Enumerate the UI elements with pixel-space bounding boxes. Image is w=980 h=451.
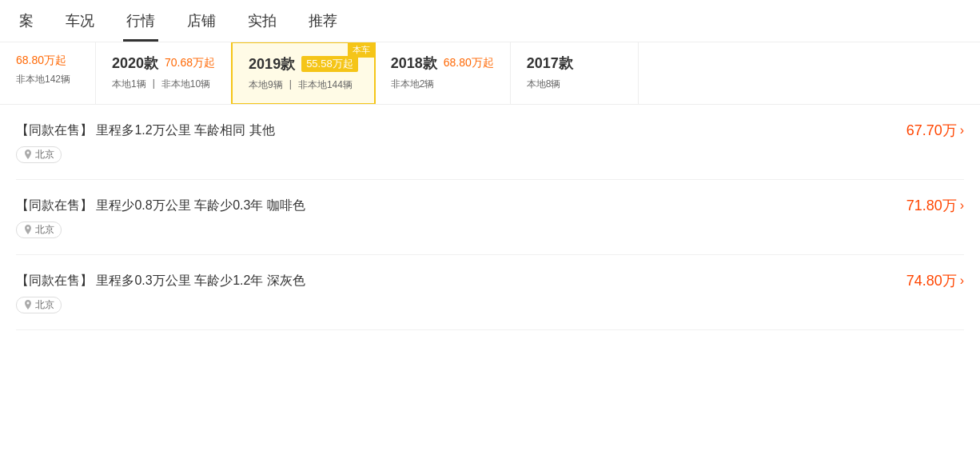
year-selector: 68.80万起 非本地142辆 2020款 70.68万起 本地1辆 | 非本地… (0, 42, 980, 105)
year-card-2017[interactable]: 2017款 本地8辆 (511, 42, 639, 104)
year-2018-label: 2018款 (391, 54, 437, 73)
listing-location-1: 北京 (16, 222, 62, 238)
listing-location-text-1: 北京 (35, 223, 54, 237)
listing-price-value-1: 71.80万 (906, 196, 957, 215)
listing-desc-1: 里程少0.8万公里 车龄少0.3年 咖啡色 (96, 198, 305, 212)
tab-chekuang[interactable]: 车况 (62, 0, 98, 42)
chevron-icon-0: › (960, 123, 964, 138)
listing-price-0: 67.70万 › (906, 121, 964, 140)
year-2017-local: 本地8辆 (527, 78, 561, 91)
listing-item-1[interactable]: 【同款在售】 里程少0.8万公里 车龄少0.3年 咖啡色 71.80万 › 北京 (16, 180, 964, 255)
location-icon-1 (23, 225, 33, 236)
year-2019-local: 本地9辆 (249, 78, 283, 92)
nav-tabs: 案 车况 行情 店铺 实拍 推荐 (0, 0, 980, 42)
listing-title-0: 【同款在售】 里程多1.2万公里 车龄相同 其他 (16, 122, 275, 139)
year-card-2018[interactable]: 2018款 68.80万起 非本地2辆 (375, 42, 511, 104)
chevron-icon-2: › (960, 273, 964, 288)
listing-title-1: 【同款在售】 里程少0.8万公里 车龄少0.3年 咖啡色 (16, 198, 305, 214)
prev-non-local: 非本地142辆 (16, 73, 70, 86)
tab-hangqing[interactable]: 行情 (123, 0, 158, 42)
listing-meta-1: 北京 (16, 222, 964, 238)
listing-item-0[interactable]: 【同款在售】 里程多1.2万公里 车龄相同 其他 67.70万 › 北京 (16, 105, 964, 180)
location-icon-2 (23, 300, 33, 311)
listing-location-text-0: 北京 (35, 148, 54, 162)
location-icon-0 (23, 150, 33, 161)
listing-price-1: 71.80万 › (906, 196, 964, 215)
banche-tag: 本车 (348, 42, 375, 58)
year-2020-nonlocal: 非本地10辆 (161, 78, 210, 91)
year-2020-local: 本地1辆 (112, 78, 146, 91)
listing-tag-0: 【同款在售】 (16, 123, 93, 137)
tab-shipai[interactable]: 实拍 (245, 0, 280, 42)
listing-tag-2: 【同款在售】 (16, 273, 93, 287)
listing-meta-2: 北京 (16, 297, 964, 313)
year-2019-nonlocal: 非本地144辆 (298, 78, 353, 92)
prev-price: 68.80万起 (16, 54, 66, 68)
listing-location-2: 北京 (16, 297, 62, 313)
year-2020-divider: | (153, 78, 155, 91)
tab-tuijian[interactable]: 推荐 (305, 0, 341, 42)
year-card-2020[interactable]: 2020款 70.68万起 本地1辆 | 非本地10辆 (96, 42, 232, 104)
year-card-prev[interactable]: 68.80万起 非本地142辆 (0, 42, 96, 104)
listing-price-2: 74.80万 › (906, 271, 964, 290)
year-2017-label: 2017款 (527, 54, 573, 73)
listing-tag-1: 【同款在售】 (16, 198, 93, 212)
year-2019-label: 2019款 (249, 54, 295, 74)
year-card-2019[interactable]: 本车 2019款 55.58万起 本地9辆 | 非本地144辆 (231, 42, 376, 105)
listing-price-value-2: 74.80万 (906, 271, 957, 290)
listing-price-value-0: 67.70万 (906, 121, 957, 140)
year-2020-price: 70.68万起 (165, 56, 215, 70)
tab-dianpu[interactable]: 店铺 (184, 0, 219, 42)
listing-desc-0: 里程多1.2万公里 车龄相同 其他 (96, 123, 274, 137)
listing-meta-0: 北京 (16, 146, 964, 163)
chevron-icon-1: › (960, 198, 964, 213)
year-2019-divider: | (289, 78, 292, 92)
year-2020-label: 2020款 (112, 54, 158, 73)
tab-an[interactable]: 案 (16, 0, 37, 42)
listing-title-2: 【同款在售】 里程多0.3万公里 车龄少1.2年 深灰色 (16, 273, 305, 289)
listing-item-2[interactable]: 【同款在售】 里程多0.3万公里 车龄少1.2年 深灰色 74.80万 › 北京 (16, 255, 964, 330)
listing-location-text-2: 北京 (35, 298, 54, 312)
listing-desc-2: 里程多0.3万公里 车龄少1.2年 深灰色 (96, 273, 305, 287)
year-2018-nonlocal: 非本地2辆 (391, 78, 435, 91)
year-2019-price: 55.58万起 (301, 56, 358, 72)
listing-location-0: 北京 (16, 146, 62, 163)
year-2018-price: 68.80万起 (444, 56, 494, 70)
listings-container: 【同款在售】 里程多1.2万公里 车龄相同 其他 67.70万 › 北京 【同款… (0, 105, 980, 330)
